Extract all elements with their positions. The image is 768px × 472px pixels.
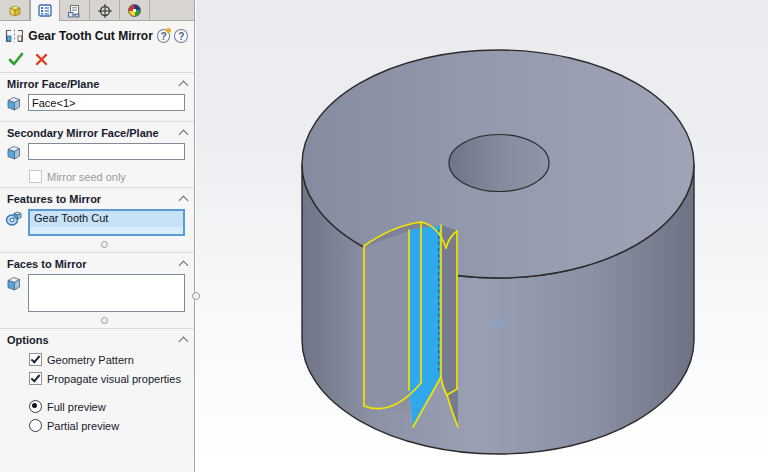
section-faces-header[interactable]: Faces to Mirror: [0, 257, 194, 271]
collapse-chevron-icon[interactable]: [179, 130, 189, 140]
features-row: Gear Tooth Cut: [0, 206, 194, 240]
property-manager-header: Gear Tooth Cut Mirror ? ?: [5, 27, 188, 45]
section-label: Secondary Mirror Face/Plane: [7, 127, 180, 139]
whats-new-help-icon[interactable]: ?: [157, 29, 171, 43]
geometry-pattern-checkbox[interactable]: [29, 353, 42, 366]
page-title: Gear Tooth Cut Mirror: [28, 29, 152, 43]
face-icon: [4, 274, 23, 293]
tab-property-manager[interactable]: [30, 0, 60, 21]
secondary-mirror-face-row: [0, 140, 194, 166]
checkbox-label: Mirror seed only: [47, 171, 126, 183]
divider: [0, 72, 194, 73]
tab-configuration-manager[interactable]: [60, 0, 90, 21]
section-label: Features to Mirror: [7, 193, 180, 205]
section-label: Options: [7, 334, 180, 346]
crosshair-icon: [97, 3, 113, 19]
checkbox-label: Geometry Pattern: [47, 354, 134, 366]
list-item-selected[interactable]: Gear Tooth Cut: [30, 211, 183, 227]
mirror-feature-icon: [5, 28, 23, 44]
propagate-visual-row[interactable]: Propagate visual properties: [29, 372, 194, 385]
section-mirror-face-header[interactable]: Mirror Face/Plane: [0, 77, 194, 91]
partial-preview-radio[interactable]: [29, 419, 42, 432]
help-icon[interactable]: ?: [174, 29, 188, 43]
collapse-chevron-icon[interactable]: [179, 337, 189, 347]
section-secondary-mirror-header[interactable]: Secondary Mirror Face/Plane: [0, 126, 194, 140]
features-icon: [4, 209, 23, 228]
divider: [0, 121, 194, 122]
ok-button[interactable]: [8, 52, 24, 66]
cancel-button[interactable]: [35, 53, 48, 66]
faces-list[interactable]: [28, 274, 185, 312]
options-body: Geometry Pattern Propagate visual proper…: [0, 353, 194, 432]
property-manager-icon: [38, 4, 52, 17]
section-label: Mirror Face/Plane: [7, 78, 180, 90]
configuration-icon: [67, 4, 82, 18]
spacer: [0, 389, 194, 394]
divider: [0, 328, 194, 329]
solidworks-window: Gear Tooth Cut Mirror ? ? Mirror Face/Pl…: [0, 0, 768, 472]
section-label: Faces to Mirror: [7, 258, 180, 270]
graphics-area[interactable]: [196, 0, 768, 472]
mirror-seed-only-row[interactable]: Mirror seed only: [29, 170, 194, 183]
list-resize-handle[interactable]: [101, 241, 108, 248]
section-features-header[interactable]: Features to Mirror: [0, 192, 194, 206]
mirror-face-input[interactable]: [28, 94, 185, 111]
property-manager-panel: Gear Tooth Cut Mirror ? ? Mirror Face/Pl…: [0, 0, 195, 472]
tab-display-manager[interactable]: [120, 0, 150, 21]
mirror-preview-face: [409, 225, 441, 390]
faces-row: [0, 271, 194, 316]
part-icon: [7, 4, 23, 18]
divider: [0, 252, 194, 253]
face-icon: [4, 94, 23, 113]
collapse-chevron-icon[interactable]: [179, 81, 189, 91]
model-3d: [196, 0, 768, 472]
features-list[interactable]: Gear Tooth Cut: [28, 209, 185, 236]
radio-label: Full preview: [47, 401, 106, 413]
radio-label: Partial preview: [47, 420, 119, 432]
collapse-chevron-icon[interactable]: [179, 196, 189, 206]
geometry-pattern-row[interactable]: Geometry Pattern: [29, 353, 194, 366]
propagate-visual-checkbox[interactable]: [29, 372, 42, 385]
center-hole[interactable]: [449, 135, 549, 192]
cut-left-wall: [364, 231, 409, 414]
list-resize-handle[interactable]: [101, 317, 108, 324]
full-preview-radio[interactable]: [29, 400, 42, 413]
panel-splitter-handle[interactable]: [192, 292, 200, 300]
secondary-mirror-face-input[interactable]: [28, 143, 185, 160]
partial-preview-row[interactable]: Partial preview: [29, 419, 194, 432]
mirror-seed-only-checkbox[interactable]: [29, 170, 42, 183]
checkbox-label: Propagate visual properties: [47, 373, 181, 385]
face-icon: [4, 143, 23, 162]
confirm-bar: [8, 50, 194, 68]
new-badge: [166, 28, 171, 33]
manager-tab-bar: [0, 0, 194, 21]
tab-feature-manager[interactable]: [0, 0, 30, 21]
tab-dimxpert-manager[interactable]: [90, 0, 120, 21]
full-preview-row[interactable]: Full preview: [29, 400, 194, 413]
display-manager-icon: [128, 4, 141, 17]
divider: [0, 187, 194, 188]
mirror-face-row: [0, 91, 194, 117]
section-options-header[interactable]: Options: [0, 333, 194, 347]
collapse-chevron-icon[interactable]: [179, 261, 189, 271]
